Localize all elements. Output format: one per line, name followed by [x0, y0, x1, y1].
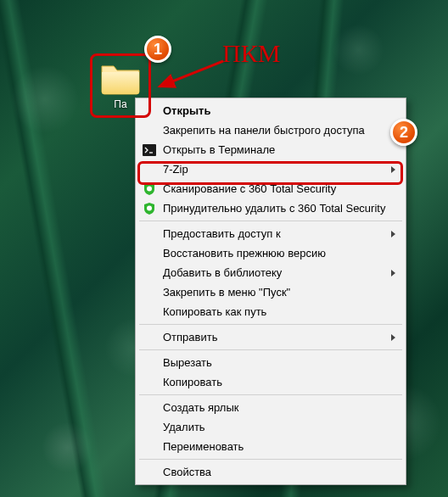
menu-label: 7-Zip [163, 163, 380, 176]
shield-360-icon [143, 202, 156, 215]
context-menu: Открыть Закрепить на панели быстрого дос… [135, 98, 406, 485]
menu-separator [139, 394, 402, 395]
menu-pin-start[interactable]: Закрепить в меню "Пуск" [137, 282, 404, 302]
menu-label: Закрепить на панели быстрого доступа [163, 124, 380, 137]
menu-label: Открыть [163, 104, 380, 117]
menu-separator [139, 349, 402, 350]
menu-label: Свойства [163, 466, 380, 478]
svg-rect-0 [143, 144, 156, 156]
menu-pin-quick-access[interactable]: Закрепить на панели быстрого доступа [137, 120, 404, 140]
menu-send-to[interactable]: Отправить [137, 327, 404, 347]
terminal-icon [143, 143, 156, 157]
menu-copy[interactable]: Копировать [137, 372, 404, 392]
menu-create-shortcut[interactable]: Создать ярлык [137, 398, 404, 417]
menu-copy-as-path[interactable]: Копировать как путь [137, 302, 404, 321]
menu-label: Предоставить доступ к [163, 227, 380, 240]
menu-label: Вырезать [163, 356, 380, 369]
svg-point-3 [147, 205, 152, 210]
folder-icon [100, 61, 141, 95]
menu-open[interactable]: Открыть [137, 101, 404, 120]
menu-label: Принудительно удалить с 360 Total Securi… [163, 202, 385, 215]
menu-label: Восстановить прежнюю версию [163, 247, 380, 260]
menu-label: Закрепить в меню "Пуск" [163, 286, 380, 299]
menu-restore-previous[interactable]: Восстановить прежнюю версию [137, 243, 404, 263]
menu-label: Копировать как путь [163, 305, 380, 318]
menu-label: Удалить [163, 421, 380, 433]
menu-force-delete-360[interactable]: Принудительно удалить с 360 Total Securi… [137, 198, 404, 218]
menu-7zip[interactable]: 7-Zip [137, 159, 404, 179]
submenu-arrow-icon [391, 334, 395, 341]
menu-cut[interactable]: Вырезать [137, 353, 404, 372]
menu-open-terminal[interactable]: Открыть в Терминале [137, 140, 404, 159]
menu-share-access[interactable]: Предоставить доступ к [137, 224, 404, 243]
submenu-arrow-icon [391, 231, 395, 237]
menu-label: Копировать [163, 376, 380, 388]
menu-separator [139, 459, 402, 460]
menu-separator [139, 221, 402, 221]
menu-add-library[interactable]: Добавить в библиотеку [137, 263, 404, 282]
menu-label: Добавить в библиотеку [163, 266, 380, 279]
menu-properties[interactable]: Свойства [137, 462, 404, 482]
menu-separator [139, 324, 402, 325]
menu-label: Открыть в Терминале [163, 143, 380, 156]
submenu-arrow-icon [391, 166, 395, 173]
shield-360-icon [143, 182, 156, 196]
svg-point-2 [147, 186, 152, 191]
menu-scan-360[interactable]: Сканирование с 360 Total Security [137, 179, 404, 198]
menu-label: Переименовать [163, 440, 380, 453]
menu-rename[interactable]: Переименовать [137, 437, 404, 456]
menu-label: Сканирование с 360 Total Security [163, 182, 380, 195]
menu-label: Отправить [163, 331, 380, 343]
menu-delete[interactable]: Удалить [137, 417, 404, 437]
submenu-arrow-icon [391, 270, 395, 276]
menu-label: Создать ярлык [163, 401, 380, 414]
